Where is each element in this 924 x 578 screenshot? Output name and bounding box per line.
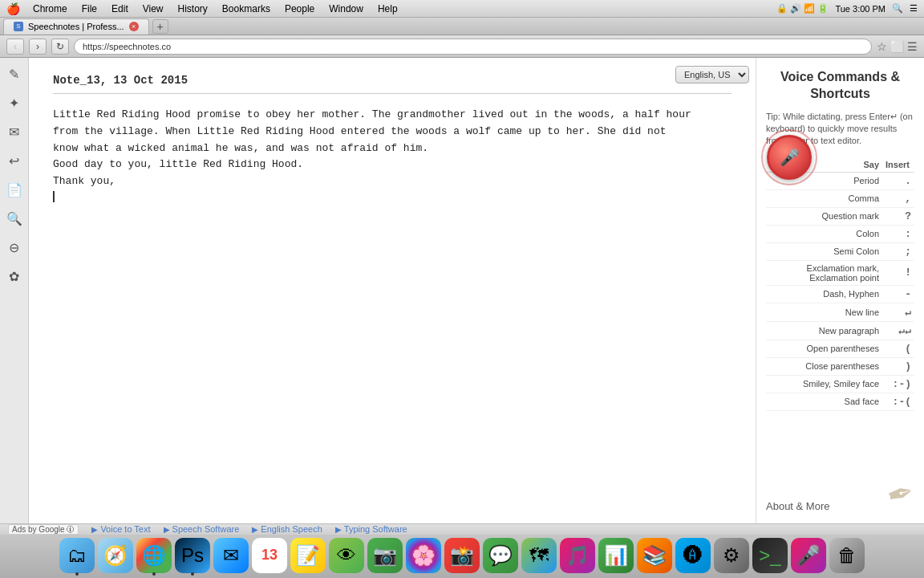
bottom-link-1[interactable]: ▶Speech Software (164, 524, 240, 534)
shortcut-say-9: Open parentheses (766, 340, 882, 357)
menubar-view[interactable]: View (136, 2, 170, 16)
menubar-chrome[interactable]: Chrome (26, 2, 74, 16)
content-area: ✎ ✦ ✉ ↩ 📄 🔍 ⊖ ✿ Note_13, 13 Oct 2015 Lit… (0, 58, 924, 523)
sidebar-edit-icon[interactable]: ✎ (5, 64, 24, 83)
menubar-file[interactable]: File (75, 2, 103, 16)
note-content[interactable]: Little Red Riding Hood promise to obey h… (53, 107, 732, 190)
dock-icon-preview[interactable]: 👁 (329, 538, 364, 573)
refresh-button[interactable]: ↻ (51, 39, 69, 55)
bottom-link-label-0: Voice to Text (100, 524, 150, 534)
dock-icon-maps[interactable]: 🗺 (521, 538, 557, 573)
apple-menu[interactable]: 🍎 (6, 2, 20, 15)
dock-label-4: ✉ (223, 544, 239, 567)
dock-icon-finder[interactable]: 🗂 (59, 538, 95, 573)
shortcut-say-4: Semi Colon (766, 242, 882, 260)
dock-icon-safari[interactable]: 🧭 (98, 538, 133, 573)
dock-label-16: 🅐 (683, 544, 703, 567)
dock-label-11: 💬 (488, 544, 513, 567)
shortcuts-table: Say Insert Period . Comma , Question mar… (766, 157, 914, 411)
menubar-bookmarks[interactable]: Bookmarks (216, 2, 277, 16)
bottom-link-2[interactable]: ▶English Speech (252, 524, 322, 534)
dock-icon-app-store[interactable]: 🅐 (675, 538, 711, 573)
menubar-notification-icon[interactable]: ☰ (910, 3, 918, 14)
bottom-link-0[interactable]: ▶Voice to Text (91, 524, 150, 534)
bottom-link-arrow-1: ▶ (164, 525, 170, 534)
shortcut-say-5: Exclamation mark, Exclamation point (766, 260, 882, 285)
sidebar-email-icon[interactable]: ✉ (5, 122, 24, 141)
dock-icon-notes[interactable]: 📝 (290, 538, 326, 573)
dock-icon-numbers[interactable]: 📊 (598, 538, 634, 573)
shortcut-insert-10: ) (882, 357, 914, 375)
dock-label-13: 🎵 (565, 544, 590, 567)
dock-icon-ibooks[interactable]: 📚 (637, 538, 672, 573)
menubar-time: Tue 3:00 PM (835, 4, 886, 14)
shortcut-row-12: Sad face :-( (766, 393, 914, 410)
menubar-people[interactable]: People (278, 2, 321, 16)
dock-icon-siri[interactable]: 🎤 (791, 538, 826, 573)
dock-icon-messages[interactable]: 💬 (483, 538, 518, 573)
tab-favicon: S (14, 22, 23, 31)
back-button[interactable]: ‹ (6, 39, 24, 55)
language-select[interactable]: English, US English, UK Spanish French (675, 66, 749, 83)
shortcut-row-7: New line ↵ (766, 303, 914, 321)
menubar: 🍎 Chrome File Edit View History Bookmark… (0, 0, 924, 18)
bottom-link-3[interactable]: ▶Typing Software (335, 524, 407, 534)
shortcut-insert-12: :-( (882, 393, 914, 410)
sidebar-zoom-in-icon[interactable]: 🔍 (5, 209, 24, 228)
dock-label-10: 📸 (450, 544, 474, 567)
shortcut-row-5: Exclamation mark, Exclamation point ! (766, 260, 914, 285)
panel-title: Voice Commands & Shortcuts (766, 69, 914, 103)
menu-icon[interactable]: ☰ (907, 40, 918, 53)
dock-icon-photo-booth[interactable]: 📸 (444, 538, 480, 573)
sidebar-zoom-out-icon[interactable]: ⊖ (5, 238, 24, 257)
quill-icon: ✒ (883, 472, 919, 515)
menubar-help[interactable]: Help (371, 2, 404, 16)
shortcut-insert-2: ? (882, 207, 914, 225)
menubar-edit[interactable]: Edit (105, 2, 135, 16)
sidebar-doc-icon[interactable]: 📄 (5, 180, 24, 199)
dock-icon-terminal[interactable]: >_ (752, 538, 788, 573)
menubar-window[interactable]: Window (322, 2, 370, 16)
dock-label-5: 13 (261, 547, 278, 564)
bookmark-star-icon[interactable]: ☆ (877, 40, 887, 53)
address-bar[interactable]: https://speechnotes.co (74, 39, 872, 55)
sidebar-undo-icon[interactable]: ↩ (5, 151, 24, 170)
menubar-history[interactable]: History (172, 2, 214, 16)
dock-icon-mail[interactable]: ✉ (213, 538, 249, 573)
dock-icon-calendar[interactable]: 13 (252, 538, 287, 573)
dock-label-19: 🎤 (796, 544, 821, 567)
text-cursor (53, 191, 55, 202)
tab-close-button[interactable]: × (129, 22, 139, 31)
shortcut-say-3: Colon (766, 225, 882, 242)
dock-icon-trash[interactable]: 🗑 (829, 538, 865, 573)
bottom-bar: Ads by Google 🛈 ▶Voice to Text▶Speech So… (0, 523, 924, 535)
editor-area[interactable]: Note_13, 13 Oct 2015 Little Red Riding H… (29, 58, 756, 523)
menubar-search-icon[interactable]: 🔍 (892, 3, 903, 14)
dock-label-0: 🗂 (67, 544, 87, 567)
about-more-link[interactable]: About & More (766, 500, 830, 512)
active-tab[interactable]: S Speechnotes | Profess... × (3, 18, 149, 35)
sidebar-settings-icon[interactable]: ✿ (5, 267, 24, 286)
bottom-link-arrow-0: ▶ (91, 525, 98, 534)
dock-label-12: 🗺 (529, 544, 549, 567)
dock-icon-photoshop[interactable]: Ps (175, 538, 210, 573)
menubar-icons: 🔒 🔊 📶 🔋 (776, 3, 829, 14)
bottom-link-arrow-2: ▶ (252, 525, 258, 534)
dock-icon-photos[interactable]: 🌸 (406, 538, 441, 573)
dock-icon-chrome[interactable]: 🌐 (136, 538, 172, 573)
mic-button[interactable]: 🎤 (767, 135, 812, 180)
dock-active-dot-2 (152, 572, 156, 576)
tabbar: S Speechnotes | Profess... × + (0, 18, 924, 35)
bottom-link-arrow-3: ▶ (335, 525, 342, 534)
shortcut-row-6: Dash, Hyphen - (766, 285, 914, 303)
forward-button[interactable]: › (29, 39, 47, 55)
dock-icon-system-preferences[interactable]: ⚙ (714, 538, 749, 573)
screenshot-icon[interactable]: ⬜ (890, 40, 904, 53)
dock-icon-itunes[interactable]: 🎵 (560, 538, 595, 573)
shortcut-insert-5: ! (882, 260, 914, 285)
dock-icon-facetime[interactable]: 📷 (367, 538, 403, 573)
sidebar-star-icon[interactable]: ✦ (5, 93, 24, 112)
new-tab-button[interactable]: + (152, 19, 168, 34)
shortcut-insert-11: :-) (882, 375, 914, 393)
mic-icon: 🎤 (780, 148, 800, 167)
